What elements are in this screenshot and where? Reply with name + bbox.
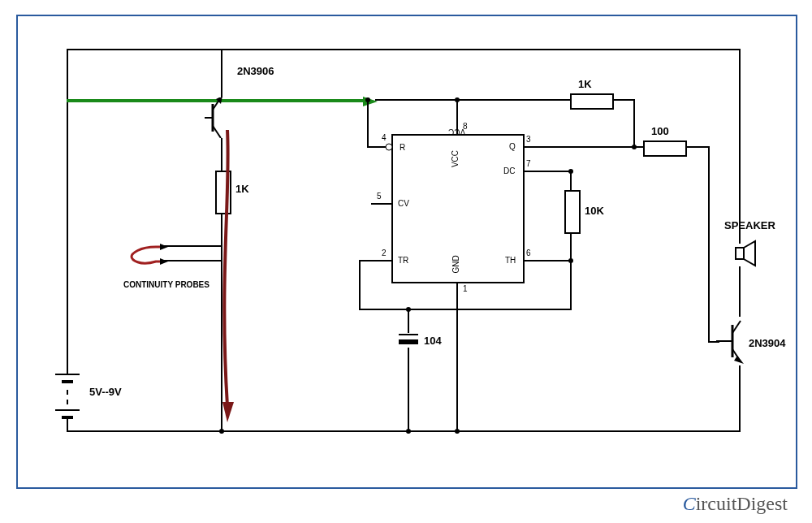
node-dot	[219, 429, 224, 434]
wire-bottom-rail	[67, 430, 741, 432]
pin1-wire	[456, 282, 458, 302]
wire-right-top	[739, 49, 741, 244]
wire-to-cap	[408, 309, 409, 333]
capacitor-label: 104	[424, 335, 442, 347]
wire-left-vertical	[67, 49, 68, 374]
node-dot	[568, 169, 573, 174]
svg-marker-13	[744, 241, 755, 266]
battery-plate-long2	[55, 409, 80, 411]
resistor-10k	[564, 190, 581, 234]
probes-label: CONTINUITY PROBES	[123, 280, 209, 289]
pin4-wire	[367, 146, 387, 148]
battery-plate-short	[62, 380, 73, 383]
logo-rest: ircuitDigest	[696, 493, 788, 514]
wire-top-rail	[67, 49, 741, 50]
resistor-100-label: 100	[651, 125, 669, 137]
wire-after-1k-top	[612, 99, 635, 101]
speaker-icon	[724, 240, 757, 268]
pin6-num: 6	[526, 249, 531, 257]
vcc-text: VCC	[451, 150, 460, 167]
pin5-num: 5	[377, 192, 382, 201]
pin7-wire	[523, 171, 572, 172]
pin4-label: R	[400, 143, 405, 152]
capacitor-icon	[395, 331, 421, 349]
battery-dash	[67, 390, 68, 395]
resistor-1k-top-label: 1K	[578, 78, 592, 90]
wire-q-to-node	[570, 146, 635, 148]
inversion-bubble	[385, 143, 393, 151]
wire-battery-bottom	[67, 419, 68, 430]
node-dot	[455, 97, 460, 102]
speaker-label: SPEAKER	[724, 219, 775, 231]
battery-dash	[67, 400, 68, 404]
gnd-text: GND	[451, 255, 460, 273]
svg-marker-6	[160, 244, 168, 250]
node-dot	[568, 258, 573, 263]
svg-rect-12	[736, 248, 744, 259]
resistor-10k-label: 10K	[585, 205, 604, 217]
wire-cap-ground	[408, 348, 409, 430]
wire-to-vcc	[456, 99, 458, 123]
resistor-1k-top	[570, 93, 614, 110]
wire-after-100	[685, 146, 710, 148]
logo: CircuitDigest	[683, 493, 788, 515]
npn-label: 2N3904	[749, 337, 786, 349]
pin3-wire	[523, 146, 572, 148]
wire-th-down	[570, 260, 572, 310]
wire-reset-up	[367, 100, 369, 147]
wire-100-down	[708, 146, 710, 341]
pin3-num: 3	[526, 135, 531, 144]
wire-right-bottom	[739, 365, 741, 432]
wire-red-curve	[213, 130, 245, 439]
node-dot	[406, 307, 411, 312]
wire-1k-down	[633, 99, 635, 148]
pin8-label: VCC	[448, 128, 467, 136]
svg-rect-11	[399, 339, 418, 344]
node-dot	[365, 97, 370, 102]
logo-c: C	[683, 493, 696, 514]
svg-marker-8	[222, 402, 234, 422]
diagram-frame: 5V--9V 2N3906 CONTINUITY PROBES	[16, 15, 797, 489]
wire-probe-ground	[221, 260, 222, 430]
pnp-label: 2N3906	[237, 65, 274, 77]
pin2-num: 2	[382, 249, 387, 257]
battery-plate-long	[55, 374, 80, 375]
node-dot	[406, 429, 411, 434]
pin5-label: CV	[398, 199, 409, 208]
svg-point-9	[386, 144, 392, 150]
pin2-wire	[359, 260, 391, 262]
pin5-wire	[371, 203, 391, 205]
battery-label: 5V--9V	[89, 386, 122, 398]
pin6-label: TH	[505, 256, 516, 265]
pin4-num: 4	[382, 133, 387, 142]
pin2-label: TR	[398, 256, 408, 265]
wire-npn-base	[708, 341, 719, 343]
wire-speaker-down	[739, 266, 741, 317]
circuit-diagram: 5V--9V 2N3906 CONTINUITY PROBES	[0, 0, 812, 523]
probe-loop-icon	[123, 236, 172, 276]
pin7-label: DC	[503, 166, 515, 175]
wire-tr-th-loop	[359, 309, 572, 310]
node-dot	[455, 429, 460, 434]
pin7-num: 7	[526, 159, 531, 168]
pin3-label: Q	[509, 142, 516, 151]
wire-10k-to-th	[570, 232, 572, 262]
node-dot	[632, 145, 637, 149]
wire-pnp-emitter	[221, 49, 222, 97]
pin1-num: 1	[463, 284, 468, 293]
svg-marker-17	[734, 356, 744, 364]
wire-gnd-down	[456, 300, 458, 430]
svg-marker-7	[160, 258, 168, 265]
resistor-100	[643, 140, 687, 157]
wire-tr-down	[359, 260, 361, 309]
pin6-wire	[523, 260, 572, 262]
